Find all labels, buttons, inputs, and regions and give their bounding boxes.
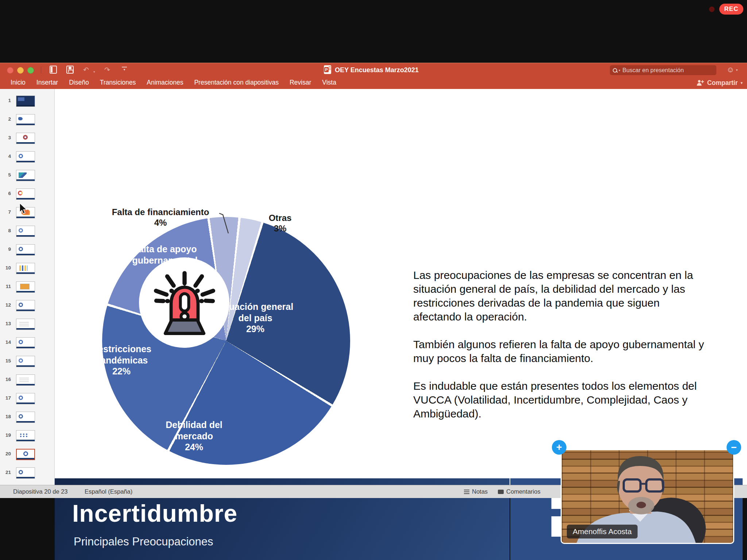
slide-thumbnail-20[interactable] bbox=[16, 449, 35, 460]
recording-label: REC bbox=[724, 5, 739, 13]
undo-icon[interactable]: ↶ bbox=[83, 66, 89, 74]
slide-thumbnail-15[interactable] bbox=[16, 356, 35, 367]
slide-thumbnail-9[interactable] bbox=[16, 244, 35, 256]
video-zoom-in-button[interactable]: + bbox=[552, 440, 566, 455]
feedback-caret[interactable]: ▾ bbox=[736, 68, 738, 72]
donut-label-apoyo: Falta de apoyo gubernamental18% bbox=[116, 244, 214, 277]
slide-thumbnail-17[interactable] bbox=[16, 393, 35, 404]
slide-thumbnail-1[interactable] bbox=[16, 96, 35, 107]
slide-thumbnail-item: 3 bbox=[0, 133, 55, 145]
slide-number: 12 bbox=[0, 302, 11, 308]
slide-thumbnail-5[interactable] bbox=[16, 170, 35, 181]
slide-thumbnail-19[interactable] bbox=[16, 430, 35, 442]
collapse-ribbon-icon[interactable]: ▾ bbox=[122, 67, 127, 72]
share-group[interactable]: Compartir ▾ bbox=[696, 77, 743, 89]
ribbon-tab-presentación-con-diapositivas[interactable]: Presentación con diapositivas bbox=[189, 77, 284, 89]
slide-subtitle: Principales Preocupaciones bbox=[74, 535, 213, 548]
alarm-siren-icon bbox=[152, 269, 217, 337]
slide-thumbnail-item: 19 bbox=[0, 430, 55, 443]
ribbon-tab-animaciones[interactable]: Animaciones bbox=[141, 77, 189, 89]
slide-thumbnail-item: 18 bbox=[0, 412, 55, 424]
slide-number: 1 bbox=[0, 98, 11, 103]
toolbar-divider bbox=[41, 66, 41, 74]
comments-toggle[interactable]: Comentarios bbox=[498, 488, 541, 495]
slide-number: 20 bbox=[0, 451, 11, 456]
ribbon-tab-vista[interactable]: Vista bbox=[317, 77, 342, 89]
participant-video-tile[interactable]: Amenoffis Acosta bbox=[561, 449, 734, 544]
slide-thumbnail-4[interactable] bbox=[16, 151, 35, 163]
close-window-button[interactable] bbox=[7, 67, 13, 74]
slide-thumbnail-12[interactable] bbox=[16, 300, 35, 311]
slide-number: 11 bbox=[0, 284, 11, 289]
slide-number: 6 bbox=[0, 191, 11, 196]
slide-thumbnail-item: 8 bbox=[0, 226, 55, 238]
slide-thumbnail-item: 1 bbox=[0, 96, 55, 108]
video-zoom-out-button[interactable]: − bbox=[727, 440, 741, 455]
ribbon-tab-inicio[interactable]: Inicio bbox=[5, 77, 31, 89]
search-box[interactable]: ▾ bbox=[610, 65, 716, 75]
redo-icon[interactable]: ↷ bbox=[104, 66, 110, 74]
feedback-smiley-icon[interactable]: ☺ bbox=[727, 65, 734, 74]
slide-thumbnail-item: 12 bbox=[0, 300, 55, 312]
share-caret-icon[interactable]: ▾ bbox=[740, 81, 743, 85]
slide-thumbnail-10[interactable] bbox=[16, 263, 35, 274]
slide-thumbnail-6[interactable] bbox=[16, 188, 35, 200]
slide-body-text: Las preocupaciones de las empresas se co… bbox=[413, 268, 708, 435]
participant-name-tag: Amenoffis Acosta bbox=[567, 525, 638, 538]
ribbon-tab-insertar[interactable]: Insertar bbox=[31, 77, 63, 89]
label-leader-line bbox=[218, 212, 233, 235]
search-input[interactable] bbox=[622, 67, 713, 74]
minimize-window-button[interactable] bbox=[17, 67, 24, 74]
slide-thumbnail-14[interactable] bbox=[16, 337, 35, 349]
body-paragraph: Las preocupaciones de las empresas se co… bbox=[413, 268, 708, 324]
slide-thumbnail-item: 13 bbox=[0, 319, 55, 331]
slide-thumbnail-item: 14 bbox=[0, 337, 55, 350]
slide-thumbnail-item: 5 bbox=[0, 170, 55, 182]
notes-toggle[interactable]: Notas bbox=[464, 488, 488, 495]
language-indicator[interactable]: Español (España) bbox=[85, 488, 132, 495]
slide-number: 17 bbox=[0, 395, 11, 401]
slide-thumbnail-3[interactable] bbox=[16, 133, 35, 144]
slide-number: 2 bbox=[0, 116, 11, 122]
mouse-cursor bbox=[19, 203, 28, 215]
slide-thumbnail-panel: 123456789101112131415161718192021 bbox=[0, 89, 55, 485]
slide-number: 13 bbox=[0, 321, 11, 326]
slide-thumbnail-21[interactable] bbox=[16, 467, 35, 479]
slide-thumbnail-item: 2 bbox=[0, 114, 55, 127]
slide-number: 9 bbox=[0, 246, 11, 252]
slide-thumbnail-2[interactable] bbox=[16, 114, 35, 125]
slide-number: 10 bbox=[0, 265, 11, 271]
donut-label-financiamiento: Falta de financiamiento4% bbox=[98, 207, 222, 228]
slide-counter: Diapositiva 20 de 23 bbox=[13, 488, 68, 495]
search-options-caret[interactable]: ▾ bbox=[619, 69, 620, 72]
save-icon[interactable] bbox=[66, 66, 74, 74]
slide-thumbnail-item: 21 bbox=[0, 467, 55, 480]
slide-number: 19 bbox=[0, 432, 11, 438]
slide-number: 15 bbox=[0, 358, 11, 363]
ribbon-tab-diseño[interactable]: Diseño bbox=[63, 77, 94, 89]
share-button[interactable]: Compartir bbox=[707, 79, 738, 87]
slide-thumbnail-13[interactable] bbox=[16, 319, 35, 330]
window-titlebar: ↶ ▾ ↷ ▾ OEY Encuestas Marzo2021 ▾ ☺ ▾ bbox=[0, 63, 747, 77]
body-paragraph: También algunos refieren la falta de apo… bbox=[413, 338, 708, 365]
slide-thumbnail-11[interactable] bbox=[16, 281, 35, 293]
window-title: OEY Encuestas Marzo2021 bbox=[335, 66, 419, 74]
slide-number: 4 bbox=[0, 153, 11, 159]
powerpoint-file-icon bbox=[324, 65, 331, 74]
notes-icon bbox=[464, 490, 469, 494]
slide-number: 16 bbox=[0, 377, 11, 382]
ribbon-menubar: InicioInsertarDiseñoTransicionesAnimacio… bbox=[0, 77, 747, 89]
donut-label-restricciones: Restricciones pandémicas22% bbox=[80, 343, 163, 377]
toggle-sidebar-icon[interactable] bbox=[50, 66, 57, 74]
recording-badge: REC bbox=[719, 4, 743, 15]
ribbon-tab-transiciones[interactable]: Transiciones bbox=[94, 77, 142, 89]
slide-thumbnail-18[interactable] bbox=[16, 412, 35, 423]
slide-number: 14 bbox=[0, 339, 11, 345]
editor-area: 123456789101112131415161718192021 bbox=[0, 89, 747, 485]
slide-thumbnail-16[interactable] bbox=[16, 374, 35, 386]
ribbon-tab-revisar[interactable]: Revisar bbox=[284, 77, 317, 89]
slide-number: 21 bbox=[0, 470, 11, 475]
slide-thumbnail-8[interactable] bbox=[16, 226, 35, 237]
fullscreen-window-button[interactable] bbox=[27, 67, 34, 74]
undo-dropdown-caret[interactable]: ▾ bbox=[93, 67, 95, 76]
